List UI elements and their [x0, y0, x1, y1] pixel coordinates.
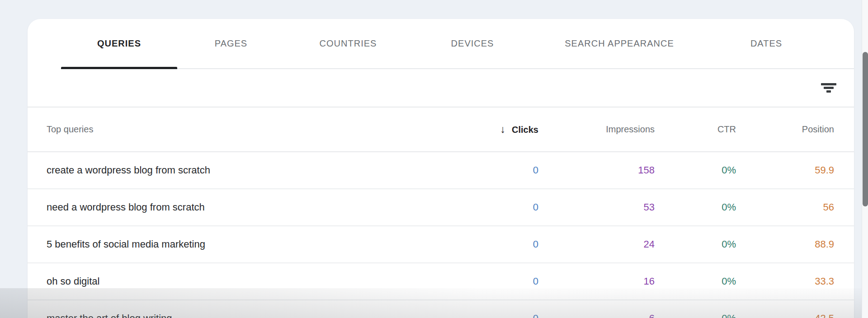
tab-countries[interactable]: COUNTRIES — [285, 19, 411, 68]
query-cell: 5 benefits of social media marketing — [47, 238, 430, 250]
position-cell: 42.5 — [736, 313, 834, 318]
position-cell: 59.9 — [736, 164, 834, 176]
table-toolbar — [28, 69, 854, 108]
impressions-cell: 53 — [538, 201, 655, 213]
scrollbar-track[interactable] — [862, 0, 868, 318]
clicks-cell: 0 — [430, 313, 538, 318]
position-cell: 56 — [736, 201, 834, 213]
clicks-cell: 0 — [430, 238, 538, 250]
position-cell: 88.9 — [736, 238, 834, 250]
tab-label: DEVICES — [451, 38, 494, 49]
sort-descending-arrow-icon: ↓ — [500, 123, 506, 136]
table-row[interactable]: master the art of blog writing 0 6 0% 42… — [28, 300, 854, 318]
ctr-cell: 0% — [655, 313, 736, 318]
ctr-cell: 0% — [655, 201, 736, 213]
table-row[interactable]: need a wordpress blog from scratch 0 53 … — [28, 189, 854, 226]
ctr-cell: 0% — [655, 238, 736, 250]
column-header-label: Clicks — [512, 125, 538, 135]
tab-queries[interactable]: QUERIES — [61, 19, 177, 68]
filter-list-icon — [821, 82, 836, 94]
impressions-cell: 16 — [538, 276, 655, 287]
column-header-impressions[interactable]: Impressions — [538, 124, 655, 135]
tab-label: DATES — [750, 38, 782, 49]
query-cell: oh so digital — [47, 276, 430, 287]
performance-report-card: QUERIES PAGES COUNTRIES DEVICES SEARCH A… — [28, 19, 854, 318]
query-cell: master the art of blog writing — [47, 313, 430, 318]
tab-label: SEARCH APPEARANCE — [565, 38, 674, 49]
table-row[interactable]: create a wordpress blog from scratch 0 1… — [28, 152, 854, 189]
clicks-cell: 0 — [430, 276, 538, 287]
scrollbar-thumb[interactable] — [863, 52, 868, 206]
tab-pages[interactable]: PAGES — [177, 19, 285, 68]
table-body: create a wordpress blog from scratch 0 1… — [28, 152, 854, 318]
tab-label: COUNTRIES — [320, 38, 377, 49]
table-header-row: Top queries ↓Clicks Impressions CTR Posi… — [28, 108, 854, 152]
tab-dates[interactable]: DATES — [705, 19, 827, 68]
tab-label: QUERIES — [97, 38, 141, 49]
query-cell: need a wordpress blog from scratch — [47, 201, 430, 213]
clicks-cell: 0 — [430, 164, 538, 176]
query-cell: create a wordpress blog from scratch — [47, 164, 430, 176]
table-row[interactable]: 5 benefits of social media marketing 0 2… — [28, 226, 854, 263]
tab-devices[interactable]: DEVICES — [411, 19, 533, 68]
tab-label: PAGES — [215, 38, 247, 49]
filter-button[interactable] — [817, 76, 840, 100]
dimension-tab-bar: QUERIES PAGES COUNTRIES DEVICES SEARCH A… — [61, 19, 854, 69]
table-row[interactable]: oh so digital 0 16 0% 33.3 — [28, 263, 854, 300]
column-header-position[interactable]: Position — [736, 124, 834, 135]
impressions-cell: 158 — [538, 164, 655, 176]
ctr-cell: 0% — [655, 276, 736, 287]
column-header-clicks[interactable]: ↓Clicks — [430, 123, 538, 136]
impressions-cell: 6 — [538, 313, 655, 318]
tab-search-appearance[interactable]: SEARCH APPEARANCE — [533, 19, 705, 68]
ctr-cell: 0% — [655, 164, 736, 176]
impressions-cell: 24 — [538, 238, 655, 250]
column-header-top-queries[interactable]: Top queries — [47, 124, 430, 135]
position-cell: 33.3 — [736, 276, 834, 287]
clicks-cell: 0 — [430, 201, 538, 213]
column-header-ctr[interactable]: CTR — [655, 124, 736, 135]
